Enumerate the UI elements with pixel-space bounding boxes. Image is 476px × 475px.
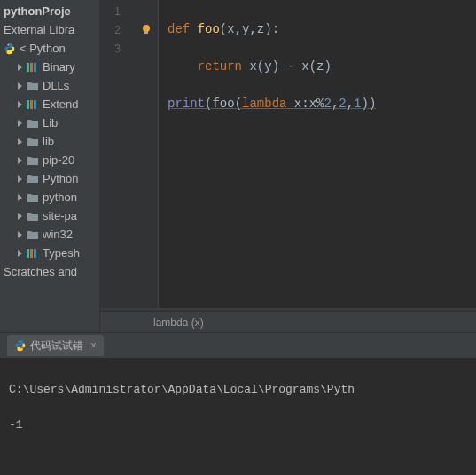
- editor-area: 1 2 3 def foo(x,y,z): return x(y) - x(z)…: [100, 0, 476, 332]
- svg-point-0: [8, 44, 9, 45]
- run-tabs: 代码试试错 ×: [0, 333, 476, 358]
- library-icon: [27, 99, 39, 110]
- library-icon: [27, 248, 39, 259]
- expand-arrow-icon[interactable]: [16, 63, 25, 72]
- folder-icon: [27, 118, 39, 128]
- code-line-2[interactable]: return x(y) - x(z): [168, 58, 476, 76]
- folder-icon: [27, 155, 39, 166]
- editor-body: 1 2 3 def foo(x,y,z): return x(y) - x(z)…: [100, 0, 476, 308]
- gutter-line-1[interactable]: 1: [100, 2, 158, 20]
- tree-item-label: lib: [43, 135, 54, 148]
- run-tool-window: 代码试试错 × C:\Users\Administrator\AppData\L…: [0, 332, 476, 475]
- tree-item-label: DLLs: [43, 79, 69, 92]
- run-tab[interactable]: 代码试试错 ×: [7, 335, 104, 356]
- expand-arrow-icon[interactable]: [16, 119, 25, 128]
- tree-item-python-lower[interactable]: python: [0, 188, 99, 206]
- folder-icon: [27, 211, 39, 222]
- expand-arrow-icon[interactable]: [16, 137, 25, 146]
- svg-rect-12: [144, 31, 148, 34]
- folder-icon: [27, 230, 39, 240]
- gutter-line-2[interactable]: 2: [100, 20, 158, 39]
- project-tree: pythonProje External Libra < Python Bina…: [0, 0, 99, 281]
- library-icon: [27, 62, 39, 73]
- python-icon: [4, 43, 16, 55]
- external-libraries[interactable]: External Libra: [0, 20, 99, 39]
- run-tab-label: 代码试试错: [30, 339, 83, 354]
- external-label: External Libra: [4, 23, 74, 36]
- gutter-line-3[interactable]: 3: [100, 39, 158, 58]
- svg-point-1: [11, 51, 12, 52]
- tree-item-label: win32: [43, 228, 73, 241]
- tree-item-lib-lower[interactable]: lib: [0, 132, 99, 151]
- expand-arrow-icon[interactable]: [16, 82, 25, 90]
- tree-item-binary[interactable]: Binary: [0, 58, 99, 76]
- svg-rect-2: [27, 63, 29, 72]
- scratches-node[interactable]: Scratches and: [0, 262, 99, 281]
- tree-item-label: Lib: [43, 116, 58, 129]
- folder-icon: [27, 174, 39, 184]
- svg-rect-9: [30, 249, 33, 258]
- gutter: 1 2 3: [100, 0, 159, 308]
- expand-arrow-icon[interactable]: [16, 175, 25, 183]
- expand-arrow-icon[interactable]: [16, 249, 25, 258]
- project-label: pythonProje: [4, 4, 71, 18]
- python-sdk[interactable]: < Python: [0, 39, 99, 58]
- console-output[interactable]: C:\Users\Administrator\AppData\Local\Pro…: [0, 358, 476, 475]
- svg-rect-6: [30, 100, 33, 109]
- tree-item-label: Typesh: [43, 246, 80, 260]
- tree-item-pip[interactable]: pip-20: [0, 151, 99, 169]
- tree-item-dlls[interactable]: DLLs: [0, 76, 99, 95]
- code-line-3[interactable]: print(foo(lambda x:x%2,2,1)): [168, 95, 476, 113]
- breadcrumb-bar[interactable]: lambda (x): [100, 311, 476, 332]
- tree-item-label: site-pa: [43, 209, 77, 222]
- python-label: < Python: [20, 42, 66, 55]
- tree-item-python-upper[interactable]: Python: [0, 169, 99, 188]
- expand-arrow-icon[interactable]: [16, 193, 25, 202]
- console-line: -1: [9, 417, 467, 434]
- breadcrumb-text: lambda (x): [153, 316, 204, 329]
- tree-item-typeshed[interactable]: Typesh: [0, 244, 99, 262]
- tree-item-site-packages[interactable]: site-pa: [0, 206, 99, 225]
- expand-arrow-icon[interactable]: [16, 230, 25, 239]
- tree-item-label: Python: [43, 172, 78, 185]
- intention-bulb-icon[interactable]: [140, 23, 152, 38]
- console-line: C:\Users\Administrator\AppData\Local\Pro…: [9, 381, 467, 399]
- python-run-icon: [14, 339, 27, 352]
- tree-item-label: python: [43, 191, 77, 204]
- project-root[interactable]: pythonProje: [0, 2, 99, 20]
- svg-rect-3: [30, 63, 33, 72]
- tree-item-win32[interactable]: win32: [0, 225, 99, 244]
- svg-rect-7: [34, 100, 36, 109]
- tree-item-label: Binary: [43, 60, 75, 74]
- folder-icon: [27, 136, 39, 147]
- svg-rect-5: [27, 100, 29, 109]
- tree-item-label: Extend: [43, 97, 78, 111]
- svg-point-11: [143, 25, 150, 32]
- close-tab-icon[interactable]: ×: [90, 339, 97, 352]
- expand-arrow-icon[interactable]: [16, 212, 25, 221]
- folder-icon: [27, 81, 39, 91]
- expand-arrow-icon[interactable]: [16, 100, 25, 109]
- tree-item-label: pip-20: [43, 153, 74, 167]
- svg-rect-10: [34, 249, 36, 258]
- expand-arrow-icon[interactable]: [16, 156, 25, 165]
- svg-rect-8: [27, 249, 29, 258]
- code-editor[interactable]: def foo(x,y,z): return x(y) - x(z) print…: [159, 0, 476, 308]
- tree-item-extend[interactable]: Extend: [0, 95, 99, 113]
- project-sidebar: pythonProje External Libra < Python Bina…: [0, 0, 100, 332]
- svg-rect-4: [34, 63, 36, 72]
- code-line-1[interactable]: def foo(x,y,z):: [168, 20, 476, 39]
- folder-icon: [27, 192, 39, 203]
- scratches-label: Scratches and: [4, 265, 77, 278]
- tree-item-lib-upper[interactable]: Lib: [0, 113, 99, 132]
